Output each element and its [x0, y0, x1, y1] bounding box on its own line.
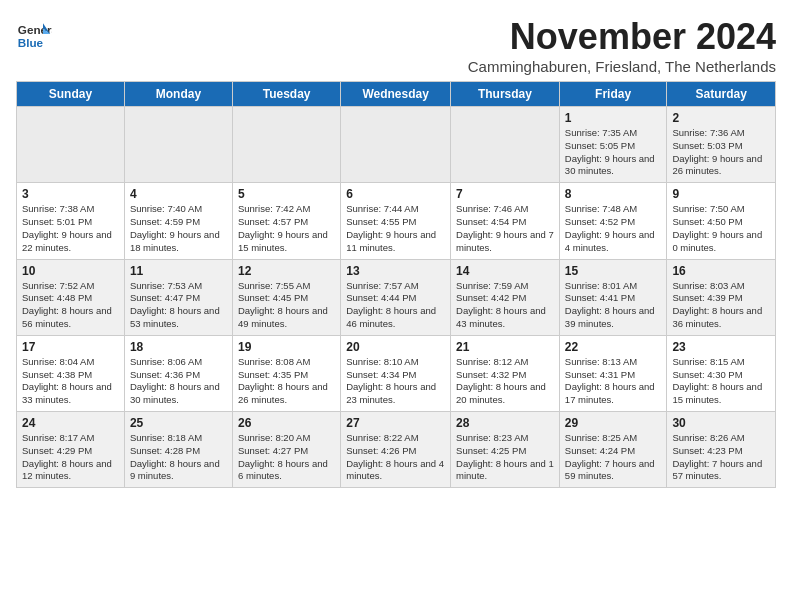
day-info: Sunrise: 8:10 AM Sunset: 4:34 PM Dayligh…	[346, 356, 445, 407]
day-number: 10	[22, 264, 119, 278]
page-header: General Blue November 2024 Camminghabure…	[16, 16, 776, 75]
day-info: Sunrise: 7:40 AM Sunset: 4:59 PM Dayligh…	[130, 203, 227, 254]
day-number: 18	[130, 340, 227, 354]
location-title: Camminghaburen, Friesland, The Netherlan…	[468, 58, 776, 75]
day-info: Sunrise: 8:25 AM Sunset: 4:24 PM Dayligh…	[565, 432, 662, 483]
day-number: 30	[672, 416, 770, 430]
calendar-cell: 26Sunrise: 8:20 AM Sunset: 4:27 PM Dayli…	[232, 412, 340, 488]
day-number: 26	[238, 416, 335, 430]
day-number: 14	[456, 264, 554, 278]
day-number: 1	[565, 111, 662, 125]
calendar-cell: 22Sunrise: 8:13 AM Sunset: 4:31 PM Dayli…	[559, 335, 667, 411]
logo-icon: General Blue	[16, 16, 52, 52]
day-info: Sunrise: 7:44 AM Sunset: 4:55 PM Dayligh…	[346, 203, 445, 254]
day-number: 23	[672, 340, 770, 354]
calendar-cell: 13Sunrise: 7:57 AM Sunset: 4:44 PM Dayli…	[341, 259, 451, 335]
weekday-header-wednesday: Wednesday	[341, 82, 451, 107]
day-info: Sunrise: 8:12 AM Sunset: 4:32 PM Dayligh…	[456, 356, 554, 407]
day-info: Sunrise: 8:01 AM Sunset: 4:41 PM Dayligh…	[565, 280, 662, 331]
day-number: 27	[346, 416, 445, 430]
calendar-cell	[341, 107, 451, 183]
day-info: Sunrise: 8:13 AM Sunset: 4:31 PM Dayligh…	[565, 356, 662, 407]
calendar-week-4: 17Sunrise: 8:04 AM Sunset: 4:38 PM Dayli…	[17, 335, 776, 411]
calendar-week-2: 3Sunrise: 7:38 AM Sunset: 5:01 PM Daylig…	[17, 183, 776, 259]
day-info: Sunrise: 7:35 AM Sunset: 5:05 PM Dayligh…	[565, 127, 662, 178]
day-number: 4	[130, 187, 227, 201]
day-number: 12	[238, 264, 335, 278]
calendar-cell: 3Sunrise: 7:38 AM Sunset: 5:01 PM Daylig…	[17, 183, 125, 259]
calendar-cell: 25Sunrise: 8:18 AM Sunset: 4:28 PM Dayli…	[124, 412, 232, 488]
weekday-header-thursday: Thursday	[451, 82, 560, 107]
calendar-cell: 29Sunrise: 8:25 AM Sunset: 4:24 PM Dayli…	[559, 412, 667, 488]
day-info: Sunrise: 8:03 AM Sunset: 4:39 PM Dayligh…	[672, 280, 770, 331]
calendar-cell: 6Sunrise: 7:44 AM Sunset: 4:55 PM Daylig…	[341, 183, 451, 259]
calendar-cell: 24Sunrise: 8:17 AM Sunset: 4:29 PM Dayli…	[17, 412, 125, 488]
day-number: 5	[238, 187, 335, 201]
day-number: 2	[672, 111, 770, 125]
day-number: 9	[672, 187, 770, 201]
day-info: Sunrise: 8:04 AM Sunset: 4:38 PM Dayligh…	[22, 356, 119, 407]
calendar-cell: 14Sunrise: 7:59 AM Sunset: 4:42 PM Dayli…	[451, 259, 560, 335]
day-number: 3	[22, 187, 119, 201]
day-number: 6	[346, 187, 445, 201]
day-info: Sunrise: 8:22 AM Sunset: 4:26 PM Dayligh…	[346, 432, 445, 483]
calendar-cell: 19Sunrise: 8:08 AM Sunset: 4:35 PM Dayli…	[232, 335, 340, 411]
calendar-cell: 30Sunrise: 8:26 AM Sunset: 4:23 PM Dayli…	[667, 412, 776, 488]
weekday-header-monday: Monday	[124, 82, 232, 107]
logo: General Blue	[16, 16, 52, 52]
day-number: 21	[456, 340, 554, 354]
day-info: Sunrise: 8:18 AM Sunset: 4:28 PM Dayligh…	[130, 432, 227, 483]
calendar-cell: 8Sunrise: 7:48 AM Sunset: 4:52 PM Daylig…	[559, 183, 667, 259]
calendar-cell: 17Sunrise: 8:04 AM Sunset: 4:38 PM Dayli…	[17, 335, 125, 411]
day-number: 8	[565, 187, 662, 201]
day-number: 7	[456, 187, 554, 201]
day-number: 13	[346, 264, 445, 278]
calendar-cell: 28Sunrise: 8:23 AM Sunset: 4:25 PM Dayli…	[451, 412, 560, 488]
calendar-cell: 16Sunrise: 8:03 AM Sunset: 4:39 PM Dayli…	[667, 259, 776, 335]
day-info: Sunrise: 7:42 AM Sunset: 4:57 PM Dayligh…	[238, 203, 335, 254]
calendar-cell: 18Sunrise: 8:06 AM Sunset: 4:36 PM Dayli…	[124, 335, 232, 411]
day-number: 25	[130, 416, 227, 430]
calendar-cell	[451, 107, 560, 183]
day-number: 22	[565, 340, 662, 354]
calendar-cell: 7Sunrise: 7:46 AM Sunset: 4:54 PM Daylig…	[451, 183, 560, 259]
day-info: Sunrise: 7:50 AM Sunset: 4:50 PM Dayligh…	[672, 203, 770, 254]
calendar-week-3: 10Sunrise: 7:52 AM Sunset: 4:48 PM Dayli…	[17, 259, 776, 335]
day-number: 20	[346, 340, 445, 354]
calendar-cell: 1Sunrise: 7:35 AM Sunset: 5:05 PM Daylig…	[559, 107, 667, 183]
day-info: Sunrise: 7:46 AM Sunset: 4:54 PM Dayligh…	[456, 203, 554, 254]
weekday-header-saturday: Saturday	[667, 82, 776, 107]
weekday-header-row: SundayMondayTuesdayWednesdayThursdayFrid…	[17, 82, 776, 107]
calendar-week-1: 1Sunrise: 7:35 AM Sunset: 5:05 PM Daylig…	[17, 107, 776, 183]
calendar-week-5: 24Sunrise: 8:17 AM Sunset: 4:29 PM Dayli…	[17, 412, 776, 488]
day-number: 19	[238, 340, 335, 354]
day-info: Sunrise: 8:26 AM Sunset: 4:23 PM Dayligh…	[672, 432, 770, 483]
calendar-cell: 27Sunrise: 8:22 AM Sunset: 4:26 PM Dayli…	[341, 412, 451, 488]
day-info: Sunrise: 7:48 AM Sunset: 4:52 PM Dayligh…	[565, 203, 662, 254]
calendar-cell: 20Sunrise: 8:10 AM Sunset: 4:34 PM Dayli…	[341, 335, 451, 411]
calendar-body: 1Sunrise: 7:35 AM Sunset: 5:05 PM Daylig…	[17, 107, 776, 488]
calendar-cell: 5Sunrise: 7:42 AM Sunset: 4:57 PM Daylig…	[232, 183, 340, 259]
day-info: Sunrise: 8:15 AM Sunset: 4:30 PM Dayligh…	[672, 356, 770, 407]
weekday-header-friday: Friday	[559, 82, 667, 107]
calendar-cell: 2Sunrise: 7:36 AM Sunset: 5:03 PM Daylig…	[667, 107, 776, 183]
day-number: 24	[22, 416, 119, 430]
svg-text:Blue: Blue	[18, 36, 44, 49]
day-number: 28	[456, 416, 554, 430]
calendar-cell	[17, 107, 125, 183]
day-number: 15	[565, 264, 662, 278]
day-info: Sunrise: 7:52 AM Sunset: 4:48 PM Dayligh…	[22, 280, 119, 331]
day-info: Sunrise: 7:55 AM Sunset: 4:45 PM Dayligh…	[238, 280, 335, 331]
weekday-header-tuesday: Tuesday	[232, 82, 340, 107]
title-area: November 2024 Camminghaburen, Friesland,…	[468, 16, 776, 75]
weekday-header-sunday: Sunday	[17, 82, 125, 107]
day-number: 29	[565, 416, 662, 430]
calendar-cell: 15Sunrise: 8:01 AM Sunset: 4:41 PM Dayli…	[559, 259, 667, 335]
calendar-cell: 23Sunrise: 8:15 AM Sunset: 4:30 PM Dayli…	[667, 335, 776, 411]
calendar-cell: 21Sunrise: 8:12 AM Sunset: 4:32 PM Dayli…	[451, 335, 560, 411]
calendar-cell: 4Sunrise: 7:40 AM Sunset: 4:59 PM Daylig…	[124, 183, 232, 259]
day-info: Sunrise: 7:57 AM Sunset: 4:44 PM Dayligh…	[346, 280, 445, 331]
day-info: Sunrise: 7:53 AM Sunset: 4:47 PM Dayligh…	[130, 280, 227, 331]
day-number: 11	[130, 264, 227, 278]
calendar-cell: 11Sunrise: 7:53 AM Sunset: 4:47 PM Dayli…	[124, 259, 232, 335]
